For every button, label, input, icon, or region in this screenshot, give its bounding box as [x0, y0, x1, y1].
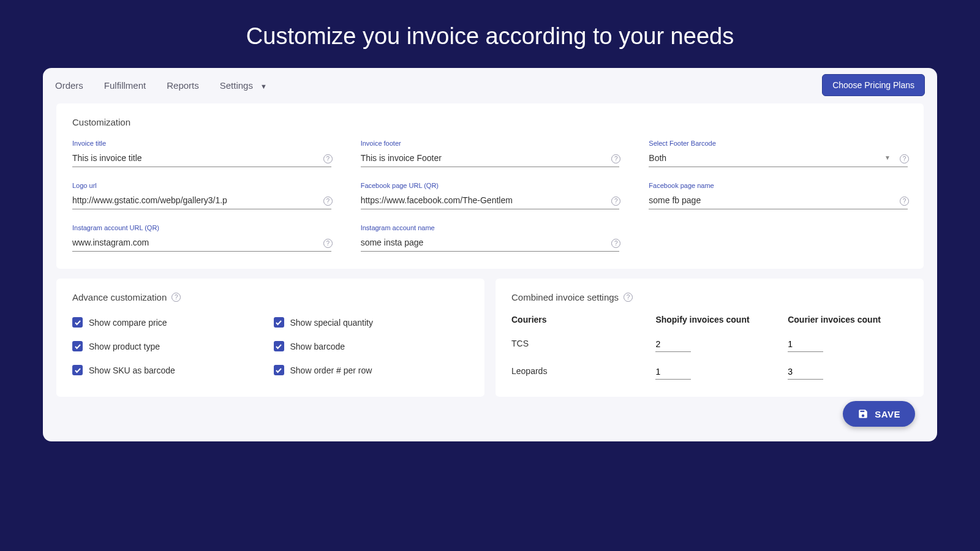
chk-label: Show order # per row — [290, 365, 372, 375]
combined-table: Couriers Shopify invoices count Courier … — [511, 315, 908, 380]
nav-settings[interactable]: Settings ▼ — [220, 80, 267, 91]
input-ig-name[interactable] — [361, 235, 620, 252]
input-ig-url[interactable] — [72, 235, 331, 252]
save-label: SAVE — [875, 409, 900, 419]
checkbox-checked-icon — [72, 365, 83, 375]
label-footer-barcode: Select Footer Barcode — [649, 140, 908, 147]
input-logo-url[interactable] — [72, 193, 331, 209]
input-tcs-courier[interactable] — [788, 338, 823, 352]
app-window: Orders Fulfillment Reports Settings ▼ Ch… — [43, 68, 937, 441]
nav-orders[interactable]: Orders — [55, 80, 83, 91]
advance-title-text: Advance customization — [72, 292, 167, 302]
chk-special-qty[interactable]: Show special quantity — [274, 317, 469, 328]
chevron-down-icon: ▼ — [260, 83, 267, 90]
label-invoice-title: Invoice title — [72, 140, 331, 147]
nav-fulfillment[interactable]: Fulfillment — [104, 80, 146, 91]
checkbox-checked-icon — [72, 317, 83, 328]
input-invoice-footer[interactable] — [361, 151, 620, 167]
save-button[interactable]: SAVE — [843, 401, 915, 427]
choose-pricing-button[interactable]: Choose Pricing Plans — [822, 74, 925, 96]
help-icon[interactable]: ? — [900, 154, 909, 163]
combined-invoice-card: Combined invoice settings ? Couriers Sho… — [496, 279, 924, 397]
customization-card: Customization Invoice title ? Invoice fo… — [56, 103, 924, 269]
help-icon[interactable]: ? — [900, 197, 909, 206]
checkbox-checked-icon — [274, 341, 284, 351]
help-icon[interactable]: ? — [323, 154, 333, 163]
combined-title-text: Combined invoice settings — [511, 292, 619, 302]
chk-order-per-row[interactable]: Show order # per row — [274, 365, 469, 375]
nav-bar: Orders Fulfillment Reports Settings ▼ Ch… — [43, 68, 937, 103]
combined-title: Combined invoice settings ? — [511, 292, 908, 302]
advance-title: Advance customization ? — [72, 292, 469, 302]
field-logo-url: Logo url ? — [72, 182, 331, 209]
courier-name: TCS — [511, 339, 643, 352]
chk-label: Show barcode — [290, 342, 345, 351]
input-fb-url[interactable] — [361, 193, 620, 209]
chk-product-type[interactable]: Show product type — [72, 341, 268, 351]
checkbox-checked-icon — [72, 341, 83, 351]
chk-barcode[interactable]: Show barcode — [274, 341, 469, 351]
col-courier-count: Courier invoices count — [788, 315, 908, 324]
field-invoice-footer: Invoice footer ? — [361, 140, 620, 167]
label-ig-url: Instagram account URL (QR) — [72, 224, 331, 231]
chk-label: Show product type — [89, 342, 160, 351]
chk-sku-barcode[interactable]: Show SKU as barcode — [72, 365, 268, 375]
select-footer-barcode[interactable] — [649, 151, 908, 167]
col-shopify-count: Shopify invoices count — [655, 315, 775, 324]
field-ig-name: Instagram account name ? — [361, 224, 620, 252]
field-invoice-title: Invoice title ? — [72, 140, 331, 167]
field-fb-url: Facebook page URL (QR) ? — [361, 182, 620, 209]
save-icon — [858, 408, 869, 419]
help-icon[interactable]: ? — [323, 239, 333, 248]
checkbox-checked-icon — [274, 365, 284, 375]
chk-label: Show special quantity — [290, 318, 373, 328]
input-fb-name[interactable] — [649, 193, 908, 209]
field-footer-barcode: Select Footer Barcode ▼ ? — [649, 140, 908, 167]
input-invoice-title[interactable] — [72, 151, 331, 167]
input-leopards-courier[interactable] — [788, 365, 823, 380]
content-area: Customization Invoice title ? Invoice fo… — [43, 103, 937, 397]
field-fb-name: Facebook page name ? — [649, 182, 908, 209]
advance-customization-card: Advance customization ? Show compare pri… — [56, 279, 484, 397]
page-title: Customize you invoice according to your … — [0, 0, 980, 68]
customization-fields: Invoice title ? Invoice footer ? Select … — [72, 140, 908, 252]
lower-row: Advance customization ? Show compare pri… — [56, 279, 924, 397]
customization-title: Customization — [72, 117, 908, 127]
help-icon[interactable]: ? — [172, 293, 181, 302]
label-invoice-footer: Invoice footer — [361, 140, 620, 147]
field-ig-url: Instagram account URL (QR) ? — [72, 224, 331, 252]
courier-name: Leopards — [511, 366, 643, 380]
label-logo-url: Logo url — [72, 182, 331, 189]
nav-settings-label: Settings — [220, 80, 253, 91]
chk-label: Show SKU as barcode — [89, 365, 175, 375]
label-fb-name: Facebook page name — [649, 182, 908, 189]
nav-reports[interactable]: Reports — [167, 80, 199, 91]
input-tcs-shopify[interactable] — [655, 338, 691, 352]
checkbox-checked-icon — [274, 317, 284, 328]
chk-label: Show compare price — [89, 318, 167, 328]
help-icon[interactable]: ? — [323, 197, 333, 206]
advance-checkboxes: Show compare price Show special quantity… — [72, 315, 469, 375]
label-ig-name: Instagram account name — [361, 224, 620, 231]
col-couriers: Couriers — [511, 315, 643, 324]
label-fb-url: Facebook page URL (QR) — [361, 182, 620, 189]
help-icon[interactable]: ? — [624, 293, 633, 302]
input-leopards-shopify[interactable] — [655, 365, 691, 380]
chk-compare-price[interactable]: Show compare price — [72, 317, 268, 328]
